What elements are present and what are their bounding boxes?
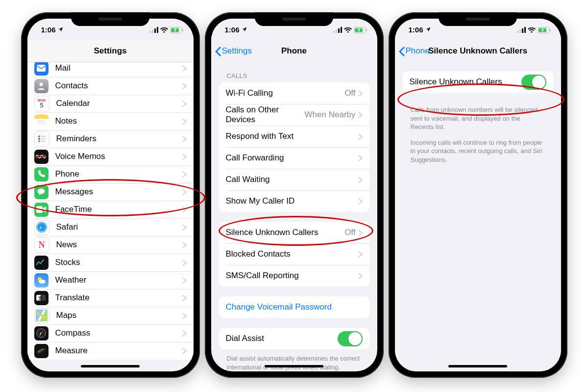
settings-row-mail[interactable]: Mail bbox=[27, 62, 194, 77]
row-label: Phone bbox=[55, 169, 183, 179]
svg-rect-18 bbox=[36, 206, 43, 213]
row-label: Translate bbox=[55, 293, 183, 303]
row-label: Measure bbox=[55, 346, 183, 356]
row-calls-on-other-devices[interactable]: Calls on Other DevicesWhen Nearby bbox=[219, 104, 369, 126]
back-button[interactable]: Phone bbox=[399, 40, 430, 62]
status-time: 1:06 bbox=[225, 26, 240, 34]
settings-row-weather[interactable]: Weather bbox=[27, 271, 194, 289]
nav-bar: Settings bbox=[27, 40, 194, 62]
wifi-icon bbox=[528, 27, 536, 33]
settings-row-safari[interactable]: Safari bbox=[27, 218, 194, 236]
settings-row-calendar[interactable]: MON5Calendar bbox=[27, 95, 194, 112]
phone-icon bbox=[34, 167, 49, 182]
translate-icon: 文 bbox=[34, 291, 49, 305]
section-header-calls: CALLS bbox=[211, 62, 377, 82]
svg-text:文: 文 bbox=[38, 296, 43, 301]
chevron-right-icon bbox=[183, 260, 187, 266]
home-indicator[interactable] bbox=[265, 365, 323, 367]
chevron-right-icon bbox=[359, 273, 363, 279]
weather-icon bbox=[34, 273, 49, 287]
page-title: Settings bbox=[94, 46, 126, 56]
settings-row-news[interactable]: NNews bbox=[27, 236, 194, 254]
chevron-right-icon bbox=[359, 112, 363, 118]
dial-assist-toggle[interactable] bbox=[338, 331, 363, 346]
row-blocked-contacts[interactable]: Blocked Contacts bbox=[219, 243, 369, 265]
chevron-right-icon bbox=[183, 348, 187, 354]
row-label: Notes bbox=[55, 116, 183, 126]
chevron-right-icon bbox=[183, 277, 187, 284]
svg-point-14 bbox=[38, 140, 40, 142]
settings-row-stocks[interactable]: Stocks bbox=[27, 254, 194, 271]
row-label: News bbox=[56, 240, 183, 250]
settings-row-reminders[interactable]: Reminders bbox=[27, 130, 194, 148]
svg-rect-0 bbox=[149, 31, 151, 33]
settings-row-notes[interactable]: Notes bbox=[27, 112, 194, 130]
wifi-icon bbox=[344, 27, 352, 33]
svg-rect-16 bbox=[41, 138, 46, 139]
news-icon: N bbox=[34, 237, 49, 253]
dial-assist-footnote: Dial assist automatically determines the… bbox=[211, 351, 377, 371]
phone-3: 1:06 Phone Silence Unknown Callers bbox=[389, 12, 567, 378]
back-label: Settings bbox=[222, 46, 252, 56]
chevron-right-icon bbox=[359, 155, 363, 161]
row-label: Voice Memos bbox=[55, 152, 183, 161]
home-indicator[interactable] bbox=[81, 365, 140, 367]
maps-icon bbox=[34, 308, 49, 323]
row-detail: When Nearby bbox=[305, 110, 356, 120]
phone-settings-list[interactable]: CALLS Wi-Fi CallingOffCalls on Other Dev… bbox=[211, 62, 377, 371]
row-call-forwarding[interactable]: Call Forwarding bbox=[219, 147, 369, 169]
row-label: Dial Assist bbox=[226, 334, 338, 343]
svg-rect-9 bbox=[38, 120, 45, 121]
row-show-my-caller-id[interactable]: Show My Caller ID bbox=[219, 190, 369, 212]
row-label: Calls on Other Devices bbox=[226, 105, 305, 125]
settings-row-contacts[interactable]: Contacts bbox=[27, 77, 194, 95]
row-label: Mail bbox=[55, 63, 183, 73]
chevron-right-icon bbox=[183, 313, 187, 319]
silence-settings[interactable]: Silence Unknown Callers Calls from unkno… bbox=[395, 62, 561, 371]
row-label: Reminders bbox=[56, 134, 183, 144]
row-label: Wi-Fi Calling bbox=[226, 88, 345, 98]
row-label: FaceTime bbox=[55, 205, 183, 214]
row-label: Show My Caller ID bbox=[226, 196, 359, 206]
settings-list[interactable]: MailContactsMON5CalendarNotesRemindersVo… bbox=[27, 62, 194, 371]
phone-2: 1:06 Settings Phone bbox=[205, 12, 384, 378]
svg-rect-7 bbox=[37, 65, 46, 72]
row-respond-with-text[interactable]: Respond with Text bbox=[219, 126, 369, 147]
svg-rect-35 bbox=[336, 29, 337, 33]
home-indicator[interactable] bbox=[448, 365, 507, 367]
battery-icon bbox=[354, 27, 368, 33]
chevron-right-icon bbox=[359, 230, 363, 236]
silence-unknown-callers-toggle[interactable] bbox=[521, 75, 546, 90]
svg-point-23 bbox=[39, 280, 46, 284]
settings-row-phone[interactable]: Phone bbox=[27, 165, 194, 183]
dial-assist-row[interactable]: Dial Assist bbox=[219, 328, 369, 349]
row-silence-unknown-callers[interactable]: Silence Unknown CallersOff bbox=[219, 222, 369, 243]
svg-rect-6 bbox=[182, 29, 183, 31]
cellular-icon bbox=[149, 27, 158, 33]
back-label: Phone bbox=[406, 46, 430, 56]
back-button[interactable]: Settings bbox=[215, 40, 252, 62]
settings-row-translate[interactable]: 文Translate bbox=[27, 289, 194, 307]
row-label: Messages bbox=[55, 187, 183, 197]
row-label: Weather bbox=[55, 275, 183, 285]
settings-row-compass[interactable]: Compass bbox=[27, 324, 194, 342]
svg-rect-41 bbox=[517, 31, 518, 33]
chevron-right-icon bbox=[183, 224, 187, 231]
status-time: 1:06 bbox=[409, 26, 423, 34]
settings-row-maps[interactable]: Maps bbox=[27, 307, 194, 324]
settings-row-messages[interactable]: Messages bbox=[27, 183, 194, 201]
settings-row-facetime[interactable]: FaceTime bbox=[27, 201, 194, 218]
svg-rect-17 bbox=[41, 141, 46, 142]
row-sms-call-reporting[interactable]: SMS/Call Reporting bbox=[219, 265, 369, 287]
svg-rect-47 bbox=[550, 29, 551, 31]
chevron-right-icon bbox=[183, 189, 187, 195]
settings-row-measure[interactable]: Measure bbox=[27, 342, 194, 360]
settings-row-voice-memos[interactable]: Voice Memos bbox=[27, 148, 194, 165]
svg-rect-15 bbox=[41, 136, 46, 137]
row-label: SMS/Call Reporting bbox=[226, 271, 359, 281]
silence-unknown-callers-row[interactable]: Silence Unknown Callers bbox=[403, 71, 553, 93]
row-wi-fi-calling[interactable]: Wi-Fi CallingOff bbox=[219, 82, 369, 104]
change-voicemail-password-button[interactable]: Change Voicemail Password bbox=[219, 296, 369, 318]
row-call-waiting[interactable]: Call Waiting bbox=[219, 169, 369, 190]
svg-rect-1 bbox=[152, 29, 153, 33]
